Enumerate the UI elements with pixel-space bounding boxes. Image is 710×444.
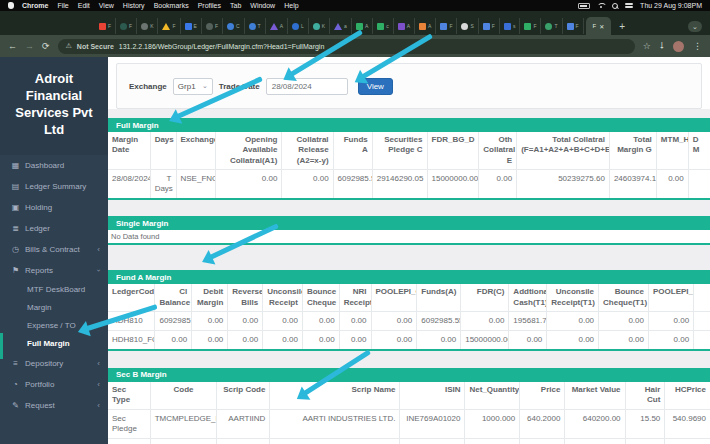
pie-chart-icon: ◔ xyxy=(11,380,20,389)
browser-tab[interactable]: c xyxy=(373,18,394,34)
table-cell xyxy=(688,170,710,200)
sidebar-item-depository[interactable]: ≡Depository‹ xyxy=(0,353,108,374)
browser-tab[interactable]: F xyxy=(563,18,584,34)
table-cell: 0.00 xyxy=(371,330,417,350)
tab-close-icon[interactable]: ✕ xyxy=(599,23,604,30)
sidebar-item-dashboard[interactable]: ▦Dashboard xyxy=(0,155,108,176)
table-cell: 0.00 xyxy=(649,330,694,350)
wifi-icon[interactable] xyxy=(597,3,605,9)
browser-tab[interactable]: L xyxy=(288,18,309,34)
tab-favicon xyxy=(99,23,106,30)
browser-tab[interactable]: F xyxy=(479,18,500,34)
view-button[interactable]: View xyxy=(358,78,393,95)
column-header: POOLEPI_Cr xyxy=(371,284,417,311)
table-cell: Sec Pledge xyxy=(108,409,150,438)
tab-favicon xyxy=(249,23,256,30)
column-header: Days xyxy=(150,132,176,170)
sidebar-item-request[interactable]: ✎Request‹ xyxy=(0,395,108,416)
download-icon[interactable]: ⭣ xyxy=(660,41,664,52)
browser-menu-icon[interactable]: ⋮ xyxy=(693,41,702,51)
tab-favicon xyxy=(120,23,127,30)
profile-avatar[interactable] xyxy=(673,41,684,52)
browser-tab[interactable]: E xyxy=(181,18,202,34)
section-header-sec-b-margin: Sec B Margin xyxy=(108,368,710,382)
table-cell: 640.2000 xyxy=(520,409,565,438)
menubar-app-name[interactable]: Chrome xyxy=(22,2,48,9)
browser-tab[interactable]: F xyxy=(520,18,541,34)
browser-tab[interactable]: C xyxy=(223,18,245,34)
column-header: D M xyxy=(688,132,710,170)
tab-favicon xyxy=(504,23,511,30)
sidebar-subitem-mtf-deskboard[interactable]: MTF DeskBoard xyxy=(0,281,108,299)
sidebar-item-reports[interactable]: ⚑Reports‹ xyxy=(0,260,108,281)
not-secure-warning-icon[interactable]: ⚠ xyxy=(66,42,72,50)
table-cell: 50239275.60 xyxy=(517,170,610,200)
spotlight-search-icon[interactable] xyxy=(612,3,618,9)
url-text[interactable]: 131.2.2.186/WebGroup/Ledger/FullMargin.c… xyxy=(119,43,325,50)
menubar-clock[interactable]: Thu 29 Aug 9:08PM xyxy=(640,2,702,9)
sidebar-subitem-margin[interactable]: Margin xyxy=(0,299,108,317)
forward-button[interactable]: → xyxy=(25,41,34,51)
chevron-down-icon: ‹ xyxy=(94,269,103,272)
browser-tab[interactable]: T xyxy=(245,18,266,34)
column-header: Margin Date xyxy=(108,132,150,170)
trade-date-input[interactable]: 28/08/2024 xyxy=(266,78,348,95)
table-cell: 0.00 xyxy=(417,330,461,350)
browser-tab[interactable]: K xyxy=(309,18,330,34)
browser-tab[interactable]: A xyxy=(266,18,288,34)
sidebar-item-ledger-summary[interactable]: ▤Ledger Summary xyxy=(0,176,108,197)
menubar-item-history[interactable]: History xyxy=(123,2,145,9)
menubar-item-file[interactable]: File xyxy=(57,2,68,9)
browser-tab[interactable]: K xyxy=(137,18,158,34)
section-header-fund-a-margin: Fund A Margin xyxy=(108,270,710,284)
sidebar-subitem-full-margin[interactable]: Full Margin xyxy=(0,335,108,353)
menubar-item-edit[interactable]: Edit xyxy=(78,2,90,9)
menubar-item-bookmarks[interactable]: Bookmarks xyxy=(154,2,189,9)
browser-tab[interactable]: A xyxy=(415,18,436,34)
table-cell: 111025.00 xyxy=(565,438,625,444)
menubar-item-window[interactable]: Window xyxy=(250,2,275,9)
browser-tab[interactable]: F xyxy=(158,18,180,34)
tab-title: A xyxy=(280,23,283,29)
tab-favicon xyxy=(483,23,490,30)
address-bar[interactable]: ⚠ Not Secure 131.2.2.186/WebGroup/Ledger… xyxy=(58,39,635,54)
browser-tab[interactable]: F xyxy=(202,18,223,34)
sidebar-subitem-expense-to[interactable]: Expense / TO xyxy=(0,317,108,335)
browser-tab[interactable]: F xyxy=(436,18,457,34)
table-row: HDH8106092985.550.000.000.000.000.000.00… xyxy=(108,311,710,330)
browser-tab[interactable]: s xyxy=(500,18,521,34)
table-cell: INE449G01018 xyxy=(400,438,465,444)
full-margin-table: Margin DateDaysExchangeOpening Available… xyxy=(108,132,710,200)
menubar-item-profiles[interactable]: Profiles xyxy=(198,2,221,9)
dashboard-icon: ▦ xyxy=(11,161,20,170)
menubar-item-help[interactable]: Help xyxy=(284,2,298,9)
browser-tab[interactable]: F xyxy=(116,18,137,34)
new-tab-button[interactable]: + xyxy=(619,22,625,32)
shield-icon: ▣ xyxy=(11,203,20,212)
browser-tab[interactable]: A xyxy=(352,18,373,34)
browser-tab[interactable]: S xyxy=(457,18,478,34)
tab-title: s xyxy=(513,23,516,29)
browser-tab[interactable]: T xyxy=(541,18,562,34)
tab-search-chevron[interactable]: ⌄ xyxy=(688,21,702,32)
browser-tab[interactable]: A xyxy=(394,18,415,34)
reload-button[interactable]: ⟳ xyxy=(42,41,50,51)
apple-menu-icon[interactable] xyxy=(8,2,14,9)
menubar-item-tab[interactable]: Tab xyxy=(230,2,241,9)
sidebar-item-ledger[interactable]: ≣Ledger xyxy=(0,218,108,239)
browser-tab[interactable]: a xyxy=(330,18,352,34)
menubar-item-view[interactable]: View xyxy=(99,2,114,9)
column-header: Exchange xyxy=(176,132,215,170)
bookmark-star-icon[interactable]: ☆ xyxy=(643,41,651,51)
back-button[interactable]: ← xyxy=(8,41,17,51)
column-header: Code xyxy=(150,382,217,409)
table-cell: HDH810 xyxy=(108,311,155,330)
exchange-select[interactable]: Grp1 ⌄ xyxy=(173,78,213,95)
tab-favicon xyxy=(440,23,447,30)
sidebar-item-bills-contract[interactable]: ◷Bills & Contract‹ xyxy=(0,239,108,260)
active-tab[interactable]: F ✕ xyxy=(586,17,612,35)
browser-tab[interactable]: F xyxy=(95,18,116,34)
control-center-icon[interactable] xyxy=(625,3,633,9)
sidebar-item-holding[interactable]: ▣Holding xyxy=(0,197,108,218)
sidebar-item-portfolio[interactable]: ◔Portfolio‹ xyxy=(0,374,108,395)
